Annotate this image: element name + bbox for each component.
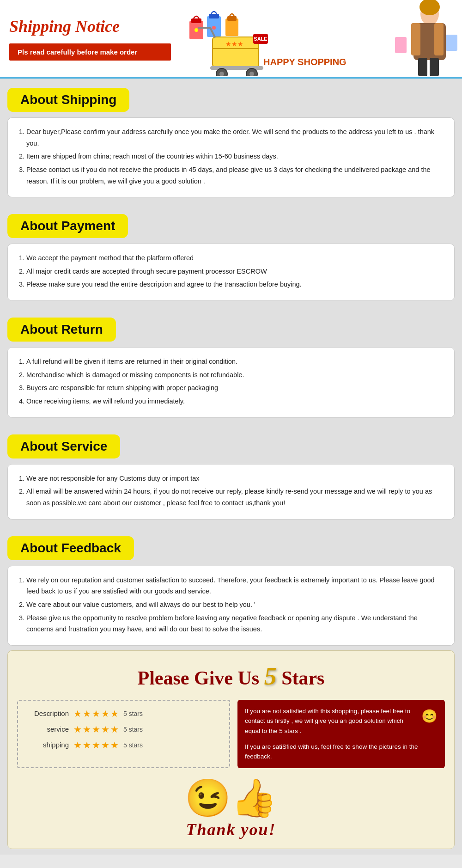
- svg-rect-4: [225, 18, 238, 36]
- svg-rect-25: [395, 37, 407, 53]
- list-item: Please contact us if you do not receive …: [26, 164, 444, 187]
- page-header: Shipping Notice Pls read carefully befor…: [0, 0, 462, 79]
- svg-rect-3: [209, 14, 219, 18]
- list-item: Please give us the opportunity to resolv…: [26, 612, 444, 635]
- svg-text:★★★: ★★★: [225, 40, 243, 48]
- svg-rect-23: [430, 58, 439, 76]
- list-item: All major credit cards are accepted thro…: [26, 266, 444, 277]
- person-svg: [386, 0, 460, 77]
- svg-text:SALE: SALE: [254, 36, 267, 42]
- list-item: Please make sure you read the entire des…: [26, 279, 444, 290]
- shipping-content: Dear buyer,Please confirm your address c…: [7, 117, 455, 197]
- list-item: A full refund will be given if items are…: [26, 356, 444, 367]
- list-item: Dear buyer,Please confirm your address c…: [26, 126, 444, 149]
- list-item: Buyers are responsible for return shippi…: [26, 382, 444, 394]
- service-content: We are not responsible for any Customs d…: [7, 464, 455, 520]
- shipping-section: About Shipping Dear buyer,Please confirm…: [0, 79, 462, 205]
- return-content: A full refund will be given if items are…: [7, 347, 455, 418]
- stars-table: Description ★★★★★ 5 stars service ★★★★★ …: [17, 700, 230, 768]
- shipping-heading: About Shipping: [7, 88, 129, 112]
- svg-rect-20: [411, 23, 420, 55]
- payment-content: We accept the payment method that the pl…: [7, 244, 455, 301]
- service-heading: About Service: [7, 434, 120, 458]
- return-section: About Return A full refund will be given…: [0, 308, 462, 425]
- svg-rect-5: [227, 16, 237, 21]
- svg-rect-22: [418, 58, 427, 76]
- payment-heading: About Payment: [7, 214, 128, 238]
- svg-rect-1: [191, 18, 201, 23]
- header-right: SALE ★★★ HAPPY SHOPPING: [171, 0, 462, 77]
- feedback-heading: About Feedback: [7, 536, 134, 560]
- list-item: All email will be answered within 24 hou…: [26, 486, 444, 508]
- five-stars-title: Please Give Us 5 Stars: [17, 662, 445, 691]
- red-info-box: 😊 If you are not satisfied with this sho…: [237, 700, 445, 768]
- list-item: We are not responsible for any Customs d…: [26, 473, 444, 484]
- payment-section: About Payment We accept the payment meth…: [0, 205, 462, 308]
- wink-emoji-row: 😉👍: [17, 776, 445, 820]
- svg-rect-26: [446, 35, 457, 51]
- list-item: Item are shipped from china; reach most …: [26, 151, 444, 162]
- wink-emoji-icon: 😉👍: [185, 777, 277, 819]
- svg-point-12: [219, 72, 224, 76]
- feedback-section: About Feedback We rely on our reputation…: [0, 527, 462, 855]
- person-image: [386, 0, 460, 77]
- svg-rect-21: [434, 23, 444, 55]
- service-section: About Service We are not responsible for…: [0, 425, 462, 527]
- main-content: About Shipping Dear buyer,Please confirm…: [0, 79, 462, 855]
- svg-point-7: [212, 26, 216, 30]
- stars-row-shipping: shipping ★★★★★ 5 stars: [27, 740, 220, 751]
- header-banner: Pls read carefully before make order: [9, 43, 171, 61]
- stars-content-row: Description ★★★★★ 5 stars service ★★★★★ …: [17, 700, 445, 768]
- smiley-icon: 😊: [421, 706, 438, 727]
- feedback-content: We rely on our reputation and customer s…: [7, 566, 455, 646]
- svg-point-6: [195, 28, 198, 32]
- list-item: Merchandise which is damaged or missing …: [26, 369, 444, 381]
- happy-shopping-label: HAPPY SHOPPING: [263, 57, 346, 67]
- list-item: We rely on our reputation and customer s…: [26, 575, 444, 597]
- header-left: Shipping Notice Pls read carefully befor…: [0, 0, 171, 77]
- thank-you-text: Thank you!: [17, 820, 445, 839]
- return-heading: About Return: [7, 318, 116, 342]
- list-item: We care about our value customers, and w…: [26, 599, 444, 611]
- stars-row-description: Description ★★★★★ 5 stars: [27, 708, 220, 719]
- svg-point-14: [249, 72, 254, 76]
- stars-row-service: service ★★★★★ 5 stars: [27, 724, 220, 735]
- page-title: Shipping Notice: [9, 17, 171, 36]
- list-item: Once receiving items, we will refund you…: [26, 396, 444, 407]
- five-stars-section: Please Give Us 5 Stars Description ★★★★★…: [7, 650, 455, 849]
- list-item: We accept the payment method that the pl…: [26, 252, 444, 264]
